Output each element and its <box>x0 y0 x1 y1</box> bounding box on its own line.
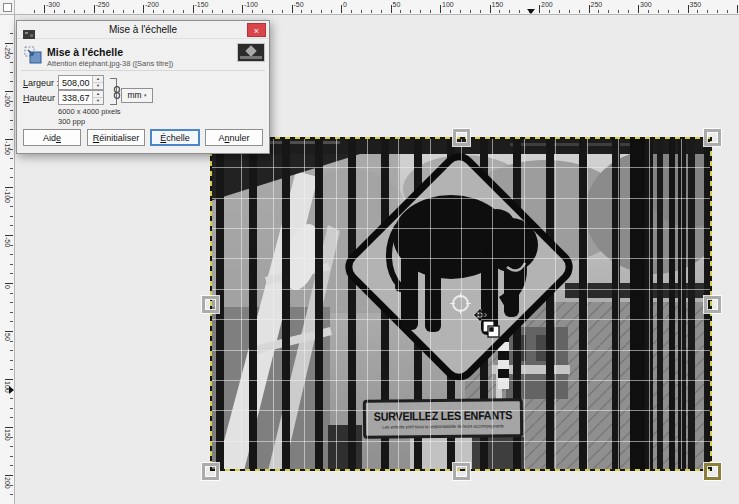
chain-link-toggle[interactable] <box>110 78 117 105</box>
ruler-horizontal[interactable]: -300-250-200-150-100-5005010015020025030… <box>15 0 739 15</box>
ruler-tick <box>193 5 194 13</box>
ruler-tick <box>10 81 13 82</box>
scale-button[interactable]: Échelle <box>150 129 200 146</box>
ruler-tick <box>262 10 263 13</box>
scale-handle-middle-left[interactable] <box>202 296 219 313</box>
grid-line <box>336 137 337 471</box>
spin-down-icon[interactable]: ▼ <box>93 97 103 105</box>
scale-handle-bottom-left[interactable] <box>202 463 219 480</box>
help-button[interactable]: Aide <box>23 129 81 146</box>
width-spinner[interactable]: ▲▼ <box>92 76 103 89</box>
dropdown-arrow-icon: ▾ <box>144 92 147 98</box>
ruler-tick <box>10 273 13 274</box>
ruler-tick <box>717 10 718 13</box>
ruler-tick <box>10 33 13 34</box>
grid-line <box>555 137 556 471</box>
label-part: auteur : <box>30 93 61 103</box>
ruler-tick <box>10 312 13 313</box>
width-value: 508,00 <box>62 78 90 88</box>
ruler-label: -50 <box>294 1 304 8</box>
ruler-tick <box>10 446 13 447</box>
ruler-tick <box>638 5 639 13</box>
ruler-tick <box>292 5 293 13</box>
grid-line <box>210 228 712 229</box>
scale-tool-cursor <box>472 308 502 340</box>
ruler-tick <box>737 5 738 13</box>
ruler-tick <box>212 10 213 13</box>
ruler-tick <box>727 10 728 13</box>
ruler-label: -100 <box>244 1 258 8</box>
scale-handle-bottom-right[interactable] <box>704 463 721 480</box>
scale-tool-icon <box>24 46 42 64</box>
ruler-tick <box>10 254 13 255</box>
ruler-tick <box>10 456 13 457</box>
ruler-tick <box>10 293 13 294</box>
ruler-tick <box>84 10 85 13</box>
ruler-tick <box>5 91 13 92</box>
ruler-label: 200 <box>4 477 11 489</box>
ruler-tick <box>440 5 441 13</box>
grid-line <box>524 137 525 471</box>
grid-line <box>210 380 712 381</box>
ruler-tick <box>430 10 431 13</box>
ruler-tick <box>5 43 13 44</box>
ruler-tick <box>10 177 13 178</box>
ruler-tick <box>202 10 203 13</box>
ruler-tick <box>10 302 13 303</box>
ruler-tick <box>648 10 649 13</box>
close-button[interactable]: × <box>247 23 266 37</box>
ruler-label: -300 <box>46 1 60 8</box>
ruler-origin-button[interactable] <box>0 0 15 15</box>
ruler-tick <box>163 10 164 13</box>
label-mnemonic: e <box>56 133 61 143</box>
height-spinner[interactable]: ▲▼ <box>92 91 103 104</box>
scale-handle-bottom-middle[interactable] <box>453 463 470 480</box>
width-input[interactable]: 508,00 ▲▼ <box>58 75 104 90</box>
ruler-tick <box>5 283 13 284</box>
grid-line <box>681 137 682 471</box>
scale-pivot-marker[interactable] <box>452 295 469 312</box>
ruler-origin-icon <box>3 3 12 12</box>
scale-handle-top-right[interactable] <box>704 129 721 146</box>
grid-line <box>210 167 712 168</box>
ruler-tick <box>113 10 114 13</box>
label-part: éinitialiser <box>99 133 139 143</box>
ruler-tick <box>123 10 124 13</box>
ruler-tick <box>10 369 13 370</box>
ruler-tick <box>519 10 520 13</box>
dialog-subtitle: Attention éléphant.jpg-38 ([Sans titre]) <box>47 59 173 68</box>
grid-line <box>304 137 305 471</box>
scale-handle-middle-right[interactable] <box>704 296 721 313</box>
ruler-tick <box>183 10 184 13</box>
height-input[interactable]: 338,67 ▲▼ <box>58 90 104 105</box>
ruler-tick <box>222 10 223 13</box>
scale-handle-top-middle[interactable] <box>453 129 470 146</box>
ruler-vertical[interactable]: -250-200-150-100-50050100150200 <box>0 15 15 504</box>
ruler-tick <box>618 10 619 13</box>
ruler-tick <box>10 72 13 73</box>
ruler-label: 350 <box>690 1 702 8</box>
unit-select[interactable]: mm ▾ <box>121 88 153 103</box>
ruler-tick <box>153 10 154 13</box>
spin-down-icon[interactable]: ▼ <box>93 82 103 90</box>
dialog-titlebar[interactable]: Mise à l'échelle × <box>17 21 269 39</box>
label-part: Aid <box>43 133 56 143</box>
grid-line <box>210 350 712 351</box>
ruler-tick <box>400 10 401 13</box>
ruler-label: 300 <box>640 1 652 8</box>
ruler-label: 100 <box>442 1 454 8</box>
reset-button[interactable]: Réinitialiser <box>87 129 145 146</box>
grid-line <box>649 137 650 471</box>
ruler-label: 0 <box>4 285 11 289</box>
ruler-tick <box>10 360 13 361</box>
ruler-tick <box>5 379 13 380</box>
ruler-tick <box>450 10 451 13</box>
ruler-tick <box>5 235 13 236</box>
ruler-label: -250 <box>96 1 110 8</box>
cancel-button[interactable]: Annuler <box>205 129 263 146</box>
ruler-tick <box>10 408 13 409</box>
ruler-position-marker <box>527 9 535 14</box>
ruler-tick <box>10 158 13 159</box>
ruler-tick <box>351 10 352 13</box>
dialog-heading: Mise à l'échelle <box>47 46 123 58</box>
